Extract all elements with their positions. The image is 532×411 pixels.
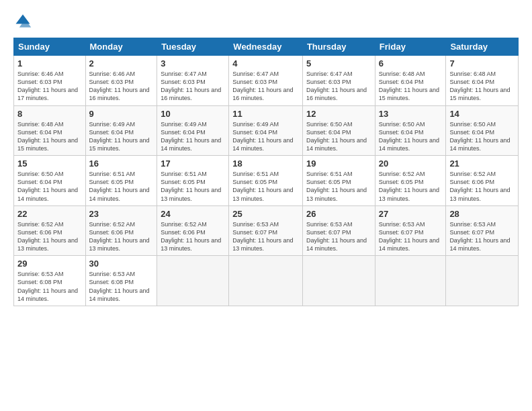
logo-icon bbox=[13, 12, 32, 31]
day-info: Sunrise: 6:52 AMSunset: 6:06 PMDaylight:… bbox=[161, 220, 225, 253]
calendar-cell: 4Sunrise: 6:47 AMSunset: 6:03 PMDaylight… bbox=[229, 56, 303, 106]
day-number: 14 bbox=[449, 109, 515, 119]
calendar-header-thursday: Thursday bbox=[302, 38, 375, 56]
calendar-cell bbox=[446, 256, 519, 306]
day-number: 16 bbox=[89, 158, 154, 169]
header bbox=[13, 12, 519, 31]
calendar-cell bbox=[302, 256, 375, 306]
day-number: 8 bbox=[17, 109, 82, 119]
day-info: Sunrise: 6:47 AMSunset: 6:03 PMDaylight:… bbox=[232, 70, 299, 103]
calendar-cell: 22Sunrise: 6:52 AMSunset: 6:06 PMDayligh… bbox=[14, 205, 86, 256]
day-info: Sunrise: 6:46 AMSunset: 6:03 PMDaylight:… bbox=[17, 70, 82, 103]
day-info: Sunrise: 6:53 AMSunset: 6:07 PMDaylight:… bbox=[449, 220, 515, 253]
day-info: Sunrise: 6:49 AMSunset: 6:04 PMDaylight:… bbox=[232, 120, 299, 153]
day-info: Sunrise: 6:50 AMSunset: 6:04 PMDaylight:… bbox=[306, 120, 371, 153]
day-number: 27 bbox=[379, 209, 443, 219]
day-info: Sunrise: 6:48 AMSunset: 6:04 PMDaylight:… bbox=[449, 70, 515, 103]
calendar-cell: 13Sunrise: 6:50 AMSunset: 6:04 PMDayligh… bbox=[375, 105, 446, 156]
day-number: 19 bbox=[306, 158, 371, 169]
calendar-header-sunday: Sunday bbox=[14, 38, 86, 56]
day-info: Sunrise: 6:50 AMSunset: 6:04 PMDaylight:… bbox=[17, 170, 82, 203]
calendar-cell: 15Sunrise: 6:50 AMSunset: 6:04 PMDayligh… bbox=[14, 156, 86, 206]
calendar-cell: 20Sunrise: 6:52 AMSunset: 6:05 PMDayligh… bbox=[375, 156, 446, 206]
day-info: Sunrise: 6:50 AMSunset: 6:04 PMDaylight:… bbox=[449, 120, 515, 153]
calendar: SundayMondayTuesdayWednesdayThursdayFrid… bbox=[13, 38, 519, 306]
day-number: 5 bbox=[306, 58, 371, 68]
calendar-cell: 14Sunrise: 6:50 AMSunset: 6:04 PMDayligh… bbox=[446, 105, 519, 156]
calendar-cell: 7Sunrise: 6:48 AMSunset: 6:04 PMDaylight… bbox=[446, 56, 519, 106]
calendar-cell: 30Sunrise: 6:53 AMSunset: 6:08 PMDayligh… bbox=[85, 256, 157, 306]
day-number: 23 bbox=[89, 209, 154, 219]
calendar-cell: 2Sunrise: 6:46 AMSunset: 6:03 PMDaylight… bbox=[85, 56, 157, 106]
day-info: Sunrise: 6:53 AMSunset: 6:07 PMDaylight:… bbox=[306, 220, 371, 253]
day-number: 10 bbox=[161, 109, 225, 119]
day-number: 1 bbox=[17, 58, 82, 68]
calendar-week-5: 29Sunrise: 6:53 AMSunset: 6:08 PMDayligh… bbox=[14, 256, 519, 306]
day-info: Sunrise: 6:53 AMSunset: 6:07 PMDaylight:… bbox=[232, 220, 299, 253]
day-info: Sunrise: 6:52 AMSunset: 6:06 PMDaylight:… bbox=[17, 220, 82, 253]
calendar-header-wednesday: Wednesday bbox=[229, 38, 303, 56]
day-info: Sunrise: 6:46 AMSunset: 6:03 PMDaylight:… bbox=[89, 70, 154, 103]
calendar-cell bbox=[375, 256, 446, 306]
calendar-cell: 21Sunrise: 6:52 AMSunset: 6:06 PMDayligh… bbox=[446, 156, 519, 206]
day-number: 2 bbox=[89, 58, 154, 68]
day-number: 15 bbox=[17, 158, 82, 169]
calendar-cell: 9Sunrise: 6:49 AMSunset: 6:04 PMDaylight… bbox=[85, 105, 157, 156]
day-number: 3 bbox=[161, 58, 225, 68]
calendar-cell: 10Sunrise: 6:49 AMSunset: 6:04 PMDayligh… bbox=[157, 105, 229, 156]
calendar-week-3: 15Sunrise: 6:50 AMSunset: 6:04 PMDayligh… bbox=[14, 156, 519, 206]
calendar-header-monday: Monday bbox=[85, 38, 157, 56]
calendar-cell: 28Sunrise: 6:53 AMSunset: 6:07 PMDayligh… bbox=[446, 205, 519, 256]
calendar-cell: 19Sunrise: 6:51 AMSunset: 6:05 PMDayligh… bbox=[302, 156, 375, 206]
day-number: 13 bbox=[379, 109, 443, 119]
day-info: Sunrise: 6:47 AMSunset: 6:03 PMDaylight:… bbox=[161, 70, 225, 103]
day-info: Sunrise: 6:53 AMSunset: 6:08 PMDaylight:… bbox=[89, 270, 154, 303]
day-info: Sunrise: 6:47 AMSunset: 6:03 PMDaylight:… bbox=[306, 70, 371, 103]
day-info: Sunrise: 6:52 AMSunset: 6:06 PMDaylight:… bbox=[449, 170, 515, 203]
day-number: 25 bbox=[232, 209, 299, 219]
day-number: 7 bbox=[449, 58, 515, 68]
calendar-cell: 3Sunrise: 6:47 AMSunset: 6:03 PMDaylight… bbox=[157, 56, 229, 106]
day-number: 17 bbox=[161, 158, 225, 169]
calendar-cell: 16Sunrise: 6:51 AMSunset: 6:05 PMDayligh… bbox=[85, 156, 157, 206]
day-number: 28 bbox=[449, 209, 515, 219]
day-number: 9 bbox=[89, 109, 154, 119]
calendar-cell: 12Sunrise: 6:50 AMSunset: 6:04 PMDayligh… bbox=[302, 105, 375, 156]
calendar-cell: 1Sunrise: 6:46 AMSunset: 6:03 PMDaylight… bbox=[14, 56, 86, 106]
logo bbox=[13, 12, 35, 31]
day-info: Sunrise: 6:50 AMSunset: 6:04 PMDaylight:… bbox=[379, 120, 443, 153]
calendar-cell: 11Sunrise: 6:49 AMSunset: 6:04 PMDayligh… bbox=[229, 105, 303, 156]
day-number: 24 bbox=[161, 209, 225, 219]
calendar-cell: 27Sunrise: 6:53 AMSunset: 6:07 PMDayligh… bbox=[375, 205, 446, 256]
day-info: Sunrise: 6:49 AMSunset: 6:04 PMDaylight:… bbox=[161, 120, 225, 153]
day-number: 30 bbox=[89, 259, 154, 269]
calendar-cell: 8Sunrise: 6:48 AMSunset: 6:04 PMDaylight… bbox=[14, 105, 86, 156]
day-info: Sunrise: 6:51 AMSunset: 6:05 PMDaylight:… bbox=[161, 170, 225, 203]
calendar-cell: 5Sunrise: 6:47 AMSunset: 6:03 PMDaylight… bbox=[302, 56, 375, 106]
calendar-cell: 18Sunrise: 6:51 AMSunset: 6:05 PMDayligh… bbox=[229, 156, 303, 206]
page: SundayMondayTuesdayWednesdayThursdayFrid… bbox=[0, 0, 532, 411]
calendar-header-friday: Friday bbox=[375, 38, 446, 56]
day-info: Sunrise: 6:48 AMSunset: 6:04 PMDaylight:… bbox=[17, 120, 82, 153]
day-number: 26 bbox=[306, 209, 371, 219]
calendar-cell: 6Sunrise: 6:48 AMSunset: 6:04 PMDaylight… bbox=[375, 56, 446, 106]
day-number: 6 bbox=[379, 58, 443, 68]
day-number: 29 bbox=[17, 259, 82, 269]
calendar-cell: 23Sunrise: 6:52 AMSunset: 6:06 PMDayligh… bbox=[85, 205, 157, 256]
calendar-cell: 17Sunrise: 6:51 AMSunset: 6:05 PMDayligh… bbox=[157, 156, 229, 206]
day-number: 4 bbox=[232, 58, 299, 68]
day-info: Sunrise: 6:48 AMSunset: 6:04 PMDaylight:… bbox=[379, 70, 443, 103]
day-number: 11 bbox=[232, 109, 299, 119]
calendar-cell: 26Sunrise: 6:53 AMSunset: 6:07 PMDayligh… bbox=[302, 205, 375, 256]
calendar-body: 1Sunrise: 6:46 AMSunset: 6:03 PMDaylight… bbox=[14, 56, 519, 306]
day-number: 12 bbox=[306, 109, 371, 119]
calendar-cell bbox=[229, 256, 303, 306]
calendar-cell: 29Sunrise: 6:53 AMSunset: 6:08 PMDayligh… bbox=[14, 256, 86, 306]
day-info: Sunrise: 6:49 AMSunset: 6:04 PMDaylight:… bbox=[89, 120, 154, 153]
day-info: Sunrise: 6:53 AMSunset: 6:07 PMDaylight:… bbox=[379, 220, 443, 253]
calendar-header-tuesday: Tuesday bbox=[157, 38, 229, 56]
calendar-header-row: SundayMondayTuesdayWednesdayThursdayFrid… bbox=[14, 38, 519, 56]
calendar-cell: 24Sunrise: 6:52 AMSunset: 6:06 PMDayligh… bbox=[157, 205, 229, 256]
calendar-week-4: 22Sunrise: 6:52 AMSunset: 6:06 PMDayligh… bbox=[14, 205, 519, 256]
day-info: Sunrise: 6:52 AMSunset: 6:06 PMDaylight:… bbox=[89, 220, 154, 253]
